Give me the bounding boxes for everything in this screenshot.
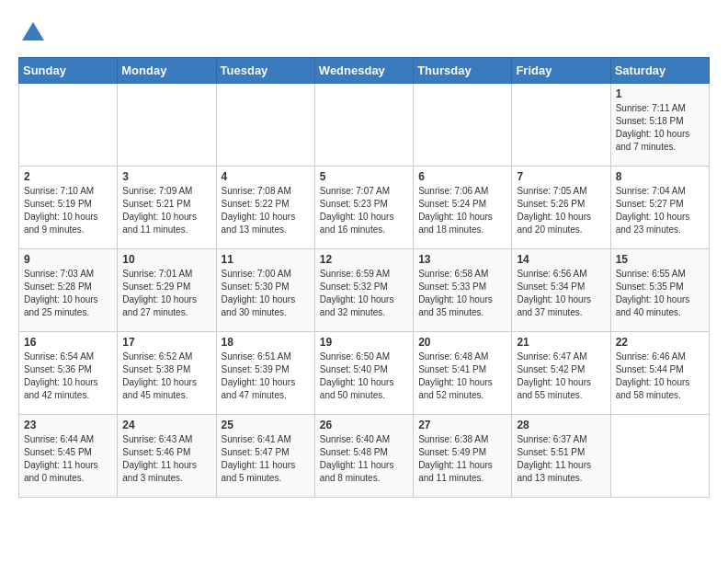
calendar-header-saturday: Saturday: [610, 58, 709, 84]
day-info: Sunrise: 6:55 AM Sunset: 5:35 PM Dayligh…: [616, 268, 704, 319]
day-info: Sunrise: 6:50 AM Sunset: 5:40 PM Dayligh…: [320, 350, 408, 402]
day-info: Sunrise: 7:00 AM Sunset: 5:30 PM Dayligh…: [222, 268, 310, 319]
calendar-cell: 3Sunrise: 7:09 AM Sunset: 5:21 PM Daylig…: [118, 167, 216, 249]
day-number: 5: [320, 170, 408, 183]
calendar-cell: 8Sunrise: 7:04 AM Sunset: 5:27 PM Daylig…: [610, 167, 709, 249]
day-number: 24: [122, 419, 210, 431]
day-number: 26: [320, 419, 408, 431]
day-info: Sunrise: 6:54 AM Sunset: 5:36 PM Dayligh…: [24, 350, 112, 402]
calendar-cell: 14Sunrise: 6:56 AM Sunset: 5:34 PM Dayli…: [512, 249, 610, 332]
page-header: [18, 18, 710, 48]
calendar-table: SundayMondayTuesdayWednesdayThursdayFrid…: [18, 57, 710, 498]
logo-icon: [18, 18, 48, 48]
day-number: 4: [222, 170, 310, 183]
day-info: Sunrise: 7:07 AM Sunset: 5:23 PM Dayligh…: [320, 185, 408, 236]
calendar-cell: 26Sunrise: 6:40 AM Sunset: 5:48 PM Dayli…: [314, 415, 413, 498]
calendar-cell: 4Sunrise: 7:08 AM Sunset: 5:22 PM Daylig…: [216, 167, 314, 249]
svg-marker-0: [22, 22, 44, 40]
day-info: Sunrise: 6:38 AM Sunset: 5:49 PM Dayligh…: [418, 433, 506, 485]
calendar-week-row: 1Sunrise: 7:11 AM Sunset: 5:18 PM Daylig…: [19, 84, 710, 167]
day-info: Sunrise: 7:11 AM Sunset: 5:18 PM Dayligh…: [616, 102, 704, 154]
day-number: 28: [517, 419, 605, 431]
calendar-header-row: SundayMondayTuesdayWednesdayThursdayFrid…: [19, 58, 710, 84]
day-number: 20: [418, 336, 506, 349]
day-number: 21: [517, 336, 605, 349]
day-info: Sunrise: 6:41 AM Sunset: 5:47 PM Dayligh…: [222, 433, 310, 485]
logo: [18, 18, 50, 48]
calendar-header-monday: Monday: [118, 58, 216, 84]
day-number: 9: [24, 253, 112, 266]
day-info: Sunrise: 7:01 AM Sunset: 5:29 PM Dayligh…: [122, 268, 210, 319]
day-number: 17: [122, 336, 210, 349]
calendar-cell: 10Sunrise: 7:01 AM Sunset: 5:29 PM Dayli…: [118, 249, 216, 332]
day-info: Sunrise: 6:37 AM Sunset: 5:51 PM Dayligh…: [517, 433, 605, 485]
day-number: 12: [320, 253, 408, 266]
day-info: Sunrise: 6:46 AM Sunset: 5:44 PM Dayligh…: [616, 350, 704, 402]
day-number: 3: [122, 170, 210, 183]
calendar-cell: 19Sunrise: 6:50 AM Sunset: 5:40 PM Dayli…: [314, 332, 413, 415]
day-info: Sunrise: 7:10 AM Sunset: 5:19 PM Dayligh…: [24, 185, 112, 236]
calendar-cell: 24Sunrise: 6:43 AM Sunset: 5:46 PM Dayli…: [118, 415, 216, 498]
calendar-cell: [314, 84, 413, 167]
calendar-header-sunday: Sunday: [19, 58, 118, 84]
calendar-header-tuesday: Tuesday: [216, 58, 314, 84]
day-info: Sunrise: 6:56 AM Sunset: 5:34 PM Dayligh…: [517, 268, 605, 319]
calendar-cell: [216, 84, 314, 167]
day-number: 13: [418, 253, 506, 266]
calendar-cell: 15Sunrise: 6:55 AM Sunset: 5:35 PM Dayli…: [610, 249, 709, 332]
calendar-cell: 5Sunrise: 7:07 AM Sunset: 5:23 PM Daylig…: [314, 167, 413, 249]
day-info: Sunrise: 6:47 AM Sunset: 5:42 PM Dayligh…: [517, 350, 605, 402]
day-number: 8: [616, 170, 704, 183]
day-info: Sunrise: 7:03 AM Sunset: 5:28 PM Dayligh…: [24, 268, 112, 319]
day-number: 16: [24, 336, 112, 349]
calendar-cell: 22Sunrise: 6:46 AM Sunset: 5:44 PM Dayli…: [610, 332, 709, 415]
day-info: Sunrise: 6:43 AM Sunset: 5:46 PM Dayligh…: [122, 433, 210, 485]
calendar-week-row: 16Sunrise: 6:54 AM Sunset: 5:36 PM Dayli…: [19, 332, 710, 415]
calendar-header-friday: Friday: [512, 58, 610, 84]
calendar-cell: 18Sunrise: 6:51 AM Sunset: 5:39 PM Dayli…: [216, 332, 314, 415]
day-info: Sunrise: 7:05 AM Sunset: 5:26 PM Dayligh…: [517, 185, 605, 236]
calendar-cell: 7Sunrise: 7:05 AM Sunset: 5:26 PM Daylig…: [512, 167, 610, 249]
calendar-cell: [118, 84, 216, 167]
day-info: Sunrise: 7:08 AM Sunset: 5:22 PM Dayligh…: [222, 185, 310, 236]
day-info: Sunrise: 6:58 AM Sunset: 5:33 PM Dayligh…: [418, 268, 506, 319]
day-number: 14: [517, 253, 605, 266]
day-number: 23: [24, 419, 112, 431]
calendar-cell: 28Sunrise: 6:37 AM Sunset: 5:51 PM Dayli…: [512, 415, 610, 498]
calendar-cell: 17Sunrise: 6:52 AM Sunset: 5:38 PM Dayli…: [118, 332, 216, 415]
day-number: 2: [24, 170, 112, 183]
calendar-week-row: 2Sunrise: 7:10 AM Sunset: 5:19 PM Daylig…: [19, 167, 710, 249]
calendar-cell: [512, 84, 610, 167]
calendar-cell: 13Sunrise: 6:58 AM Sunset: 5:33 PM Dayli…: [414, 249, 512, 332]
calendar-header-thursday: Thursday: [414, 58, 512, 84]
day-number: 22: [616, 336, 704, 349]
calendar-cell: [610, 415, 709, 498]
calendar-header-wednesday: Wednesday: [314, 58, 413, 84]
day-info: Sunrise: 6:59 AM Sunset: 5:32 PM Dayligh…: [320, 268, 408, 319]
day-number: 19: [320, 336, 408, 349]
day-number: 10: [122, 253, 210, 266]
calendar-cell: [19, 84, 118, 167]
day-number: 25: [222, 419, 310, 431]
calendar-cell: 27Sunrise: 6:38 AM Sunset: 5:49 PM Dayli…: [414, 415, 512, 498]
day-info: Sunrise: 7:09 AM Sunset: 5:21 PM Dayligh…: [122, 185, 210, 236]
calendar-cell: 21Sunrise: 6:47 AM Sunset: 5:42 PM Dayli…: [512, 332, 610, 415]
calendar-cell: 9Sunrise: 7:03 AM Sunset: 5:28 PM Daylig…: [19, 249, 118, 332]
day-info: Sunrise: 6:40 AM Sunset: 5:48 PM Dayligh…: [320, 433, 408, 485]
day-info: Sunrise: 6:44 AM Sunset: 5:45 PM Dayligh…: [24, 433, 112, 485]
day-info: Sunrise: 7:04 AM Sunset: 5:27 PM Dayligh…: [616, 185, 704, 236]
day-info: Sunrise: 6:51 AM Sunset: 5:39 PM Dayligh…: [222, 350, 310, 402]
day-info: Sunrise: 6:48 AM Sunset: 5:41 PM Dayligh…: [418, 350, 506, 402]
calendar-cell: 2Sunrise: 7:10 AM Sunset: 5:19 PM Daylig…: [19, 167, 118, 249]
day-number: 7: [517, 170, 605, 183]
day-info: Sunrise: 6:52 AM Sunset: 5:38 PM Dayligh…: [122, 350, 210, 402]
day-number: 6: [418, 170, 506, 183]
day-number: 27: [418, 419, 506, 431]
calendar-cell: 6Sunrise: 7:06 AM Sunset: 5:24 PM Daylig…: [414, 167, 512, 249]
calendar-cell: 25Sunrise: 6:41 AM Sunset: 5:47 PM Dayli…: [216, 415, 314, 498]
day-info: Sunrise: 7:06 AM Sunset: 5:24 PM Dayligh…: [418, 185, 506, 236]
calendar-cell: 1Sunrise: 7:11 AM Sunset: 5:18 PM Daylig…: [610, 84, 709, 167]
calendar-week-row: 23Sunrise: 6:44 AM Sunset: 5:45 PM Dayli…: [19, 415, 710, 498]
calendar-week-row: 9Sunrise: 7:03 AM Sunset: 5:28 PM Daylig…: [19, 249, 710, 332]
calendar-cell: 16Sunrise: 6:54 AM Sunset: 5:36 PM Dayli…: [19, 332, 118, 415]
